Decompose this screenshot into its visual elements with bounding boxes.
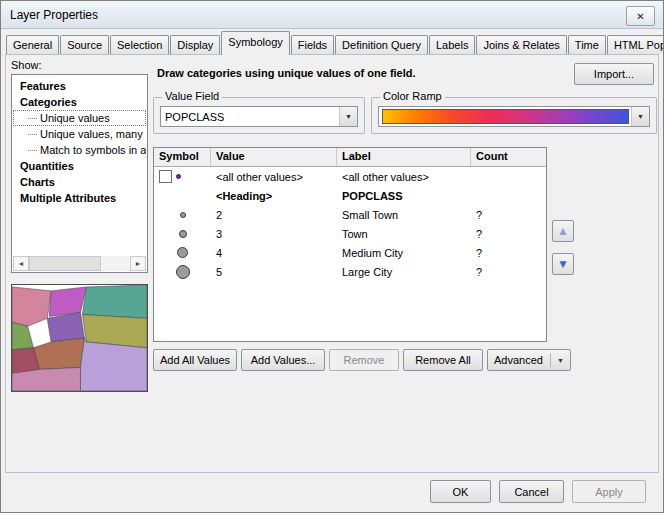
category-rows: <all other values><all other values><Hea… — [154, 167, 546, 281]
header-count: Count — [471, 148, 546, 166]
graduated-circle-icon[interactable] — [177, 247, 188, 258]
tree-horizontal-scrollbar[interactable]: ◄ ► — [13, 256, 146, 271]
tree-item-label: Quantities — [20, 158, 74, 174]
label-cell: POPCLASS — [337, 190, 471, 202]
point-symbol-icon[interactable] — [176, 174, 181, 179]
tree-item-label: Match to symbols in a — [40, 142, 146, 158]
table-row[interactable]: 3Town? — [154, 224, 546, 243]
value-field-label: Value Field — [162, 90, 222, 103]
remove-all-button[interactable]: Remove All — [403, 349, 483, 371]
close-icon: ✕ — [636, 11, 644, 22]
tab-html-popup[interactable]: HTML Popup — [607, 35, 664, 54]
value-cell: 2 — [211, 209, 337, 221]
table-row[interactable]: <all other values><all other values> — [154, 167, 546, 186]
close-button[interactable]: ✕ — [626, 6, 655, 26]
scrollbar-thumb[interactable] — [29, 256, 101, 271]
header-label: Label — [337, 148, 471, 166]
value-field-value: POPCLASS — [161, 111, 339, 123]
count-cell: ? — [471, 247, 546, 259]
color-ramp-group: Color Ramp ▼ — [371, 97, 657, 134]
layer-properties-dialog: Layer Properties ✕ GeneralSourceSelectio… — [0, 0, 664, 513]
scroll-right-icon[interactable]: ► — [130, 256, 146, 271]
tree-branch-line — [28, 118, 37, 119]
symbol-cell — [154, 265, 211, 279]
tab-source[interactable]: Source — [60, 35, 109, 54]
graduated-circle-icon[interactable] — [176, 265, 190, 279]
apply-button[interactable]: Apply — [572, 480, 646, 503]
value-field-group: Value Field POPCLASS ▼ — [153, 97, 365, 134]
tab-time[interactable]: Time — [568, 35, 606, 54]
tree-branch-line — [28, 150, 37, 151]
add-all-values-button[interactable]: Add All Values — [153, 349, 237, 371]
graduated-circle-icon[interactable] — [179, 230, 187, 238]
tab-labels[interactable]: Labels — [429, 35, 475, 54]
symbol-cell — [154, 170, 211, 183]
tree-item-unique-values[interactable]: Unique values — [13, 110, 146, 126]
chevron-down-icon[interactable]: ▼ — [339, 107, 357, 126]
tab-general[interactable]: General — [6, 35, 59, 54]
remove-button[interactable]: Remove — [329, 349, 399, 371]
show-label: Show: — [11, 59, 42, 71]
tree-item-quantities[interactable]: Quantities — [13, 158, 146, 174]
tab-display[interactable]: Display — [170, 35, 220, 54]
color-ramp-swatch — [382, 109, 629, 124]
tab-fields[interactable]: Fields — [291, 35, 334, 54]
color-ramp-label: Color Ramp — [380, 90, 445, 103]
tree-item-multiple-attributes[interactable]: Multiple Attributes — [13, 190, 146, 206]
count-cell: ? — [471, 266, 546, 278]
symbol-cell — [154, 230, 211, 238]
table-row[interactable]: 5Large City? — [154, 262, 546, 281]
label-cell: Large City — [337, 266, 471, 278]
chevron-down-icon[interactable]: ▼ — [550, 353, 564, 367]
cancel-button[interactable]: Cancel — [499, 480, 564, 503]
tab-symbology[interactable]: Symbology — [221, 31, 289, 55]
tree-item-charts[interactable]: Charts — [13, 174, 146, 190]
advanced-button[interactable]: Advanced ▼ — [487, 349, 571, 371]
value-cell: <all other values> — [211, 171, 337, 183]
table-row[interactable]: 2Small Town? — [154, 205, 546, 224]
scroll-left-icon[interactable]: ◄ — [13, 256, 29, 271]
tree-item-label: Multiple Attributes — [20, 190, 116, 206]
label-cell: Small Town — [337, 209, 471, 221]
label-cell: Town — [337, 228, 471, 240]
table-row[interactable]: <Heading>POPCLASS — [154, 186, 546, 205]
show-tree-panel: FeaturesCategoriesUnique valuesUnique va… — [11, 74, 148, 273]
tree-item-label: Charts — [20, 174, 55, 190]
tab-joins-relates[interactable]: Joins & Relates — [476, 35, 566, 54]
row-checkbox[interactable] — [159, 170, 172, 183]
symbology-map-preview — [11, 284, 148, 392]
move-up-button[interactable]: ▲ — [552, 220, 574, 242]
tab-strip: GeneralSourceSelectionDisplaySymbologyFi… — [6, 32, 664, 55]
graduated-circle-icon[interactable] — [180, 212, 186, 218]
tree-item-label: Unique values, many — [40, 126, 143, 142]
tree-item-match-to-symbols-in-a[interactable]: Match to symbols in a — [13, 142, 146, 158]
tree-item-unique-values-many[interactable]: Unique values, many — [13, 126, 146, 142]
count-cell: ? — [471, 228, 546, 240]
scrollbar-track[interactable] — [101, 256, 130, 271]
tree-branch-line — [28, 134, 37, 135]
page-description: Draw categories using unique values of o… — [157, 67, 416, 79]
tree-item-categories[interactable]: Categories — [13, 94, 146, 110]
table-header: Symbol Value Label Count — [154, 148, 546, 167]
chevron-down-icon[interactable]: ▼ — [631, 107, 649, 126]
arrow-up-icon: ▲ — [557, 224, 569, 238]
tab-selection[interactable]: Selection — [110, 35, 169, 54]
categories-table: Symbol Value Label Count <all other valu… — [153, 147, 547, 342]
move-down-button[interactable]: ▼ — [552, 253, 574, 275]
arrow-down-icon: ▼ — [557, 257, 569, 271]
tab-definition-query[interactable]: Definition Query — [335, 35, 428, 54]
tree-item-label: Unique values — [40, 110, 110, 126]
value-cell: <Heading> — [211, 190, 337, 202]
header-value: Value — [211, 148, 337, 166]
tree-item-features[interactable]: Features — [13, 78, 146, 94]
ok-button[interactable]: OK — [430, 480, 491, 503]
show-tree: FeaturesCategoriesUnique valuesUnique va… — [13, 76, 146, 256]
color-ramp-combobox[interactable]: ▼ — [378, 106, 650, 127]
value-cell: 5 — [211, 266, 337, 278]
title-bar[interactable]: Layer Properties — [1, 1, 663, 29]
symbol-cell — [154, 247, 211, 258]
add-values-button[interactable]: Add Values... — [241, 349, 325, 371]
value-field-combobox[interactable]: POPCLASS ▼ — [160, 106, 358, 127]
table-row[interactable]: 4Medium City? — [154, 243, 546, 262]
import-button[interactable]: Import... — [574, 63, 654, 85]
